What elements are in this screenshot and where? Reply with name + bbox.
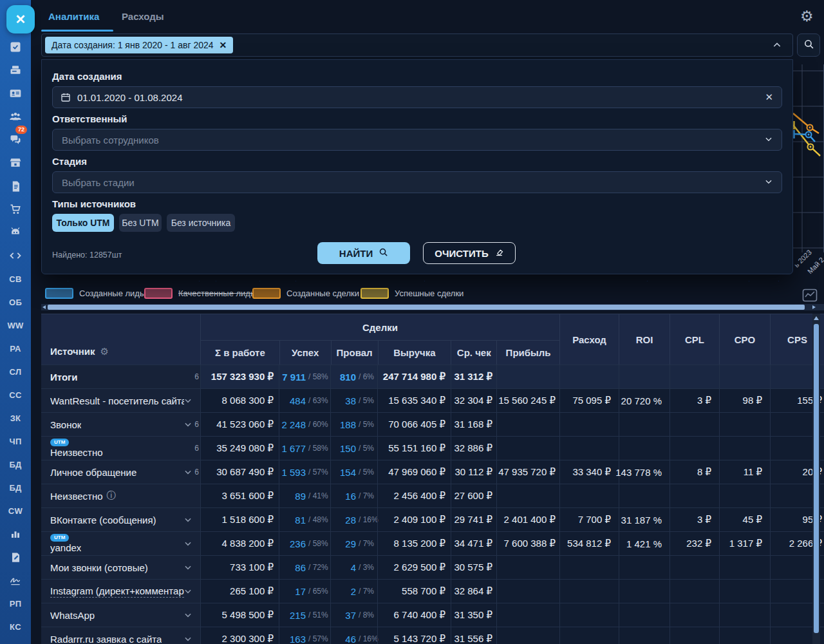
expand-chevron-icon[interactable] <box>183 515 192 524</box>
sidebar-contact-card-icon[interactable] <box>0 82 31 104</box>
source-type-no-source[interactable]: Без источника <box>167 214 235 232</box>
expand-chevron-icon[interactable] <box>183 634 192 643</box>
clear-date-icon[interactable]: ✕ <box>765 91 773 103</box>
expand-chevron-icon[interactable] <box>183 539 192 548</box>
sidebar-robot-icon[interactable] <box>0 222 31 243</box>
chart-view-icon[interactable] <box>802 289 818 305</box>
column-cpo[interactable]: CPO <box>719 314 770 365</box>
sidebar-item-чп[interactable]: ЧП <box>0 430 31 452</box>
column-revenue[interactable]: Выручка <box>378 341 451 365</box>
settings-gear-icon[interactable]: ⚙ <box>800 8 814 24</box>
table-row[interactable]: UTMНеизвестно635 249 080 ₽1 677/ 58%150/… <box>41 436 824 460</box>
sidebar-item-сл[interactable]: СЛ <box>0 361 31 383</box>
expand-chevron-icon[interactable] <box>183 396 192 405</box>
sidebar-code-icon[interactable] <box>0 245 31 267</box>
date-range-input[interactable]: 01.01.2020 - 01.08.2024 ✕ <box>52 86 782 108</box>
legend-swatch[interactable] <box>45 288 73 299</box>
column-avg-check[interactable]: Ср. чек <box>451 341 496 365</box>
legend-item[interactable]: Успешные сделки <box>360 288 464 299</box>
chip-remove-icon[interactable]: ✕ <box>220 40 227 50</box>
sidebar-signature-icon[interactable] <box>0 569 31 591</box>
tab-analytics[interactable]: Аналитика <box>48 11 99 22</box>
sidebar-bar-chart-icon[interactable] <box>0 523 31 545</box>
column-profit[interactable]: Прибыль <box>496 341 559 365</box>
table-row[interactable]: ВКонтакте (сообщения)1 518 600 ₽81/ 48%2… <box>41 507 824 531</box>
legend-item[interactable]: Качественные лиды <box>144 288 256 299</box>
column-settings-gear-icon[interactable]: ⚙ <box>100 346 109 357</box>
sidebar-cart-icon[interactable] <box>0 198 31 220</box>
sidebar-storefront-icon[interactable] <box>0 152 31 174</box>
sidebar-item-об[interactable]: ОБ <box>0 291 31 313</box>
sidebar-item-ww[interactable]: WW <box>0 314 31 336</box>
column-cpl[interactable]: CPL <box>670 314 719 365</box>
table-row[interactable]: Instagram (директ+комментар265 100 ₽17/ … <box>41 579 824 603</box>
column-source[interactable]: Источник⚙ <box>41 314 200 365</box>
legend-swatch[interactable] <box>144 288 173 299</box>
sidebar-item-сс[interactable]: СС <box>0 384 31 406</box>
table-row[interactable]: UTMyandex4 838 200 ₽236/ 58%29/ 7%8 135 … <box>41 531 824 555</box>
sidebar-item-св[interactable]: СВ <box>0 268 31 290</box>
horizontal-scroll-thumb[interactable] <box>48 305 805 310</box>
search-button[interactable] <box>797 33 820 57</box>
table-row[interactable]: WantResult - посетитель сайта8 068 300 ₽… <box>41 388 824 412</box>
table-header: Источник⚙ Сделки Σ в работе Успех Провал… <box>41 314 824 365</box>
cpl-cell <box>670 365 719 388</box>
stage-select[interactable]: Выбрать стадии <box>52 171 782 193</box>
table-row[interactable]: Звонок641 523 060 ₽2 248/ 60%188/ 5%70 0… <box>41 412 824 436</box>
sidebar-item-зк[interactable]: ЗК <box>0 407 31 429</box>
tab-expenses[interactable]: Расходы <box>122 11 164 22</box>
column-success[interactable]: Успех <box>279 341 331 365</box>
scroll-right-arrow[interactable] <box>812 305 816 309</box>
cpo-cell: 45 ₽ <box>719 508 770 531</box>
expand-chevron-icon[interactable] <box>183 587 192 596</box>
source-type-no-utm[interactable]: Без UTM <box>119 214 162 232</box>
expand-chevron-icon[interactable] <box>183 420 192 429</box>
table-row[interactable]: Мои звонки (сотовые)733 100 ₽86/ 72%4/ 3… <box>41 555 824 579</box>
clear-button[interactable]: ОЧИСТИТЬ <box>423 242 516 264</box>
sidebar-item-бд[interactable]: БД <box>0 453 31 475</box>
chevron-up-icon[interactable] <box>772 40 782 53</box>
responsible-placeholder: Выбрать сотрудников <box>62 135 159 146</box>
sidebar-cashbox-icon[interactable] <box>0 59 31 81</box>
totals-row[interactable]: Итоги6157 323 930 ₽7 911/ 58%810/ 6%247 … <box>41 365 824 388</box>
table-row[interactable]: WhatsApp5 498 500 ₽215/ 51%37/ 8%6 740 4… <box>41 603 824 627</box>
responsible-select[interactable]: Выбрать сотрудников <box>52 129 782 151</box>
expand-chevron-icon[interactable] <box>183 611 192 620</box>
column-sum[interactable]: Σ в работе <box>201 341 279 365</box>
sidebar-item-ра[interactable]: РА <box>0 337 31 359</box>
legend-label: Успешные сделки <box>395 289 464 298</box>
expand-chevron-icon[interactable] <box>183 468 192 477</box>
table-row[interactable]: Radarrr.ru заявка с сайта2 300 300 ₽163/… <box>41 627 824 644</box>
sidebar-people-icon[interactable] <box>0 106 31 128</box>
scroll-left-arrow[interactable] <box>42 305 46 309</box>
sidebar-item-бд[interactable]: БД <box>0 477 31 498</box>
sidebar-item-рп[interactable]: РП <box>0 592 31 614</box>
sidebar-tasks-icon[interactable] <box>0 36 31 58</box>
sidebar-item-cw[interactable]: CW <box>0 500 31 522</box>
app-logo[interactable]: ✕ <box>6 5 35 33</box>
vertical-scrollbar[interactable] <box>812 314 820 644</box>
sidebar-document-icon[interactable] <box>0 175 31 197</box>
filter-bar[interactable]: Дата создания: 1 янв 2020 - 1 авг 2024 ✕ <box>41 33 793 57</box>
sidebar-item-кс[interactable]: КС <box>0 616 31 638</box>
legend-swatch[interactable] <box>252 288 281 299</box>
column-fail[interactable]: Провал <box>331 341 378 365</box>
scroll-up-arrow[interactable] <box>814 316 819 320</box>
legend-item[interactable]: Созданные сделки <box>252 288 359 299</box>
source-cell: ВКонтакте (сообщения) <box>41 508 200 531</box>
column-roi[interactable]: ROI <box>619 314 670 365</box>
sidebar-chat-icon[interactable]: 72 <box>0 129 31 151</box>
column-expense[interactable]: Расход <box>559 314 619 365</box>
horizontal-scrollbar[interactable] <box>41 304 824 310</box>
table-row[interactable]: Неизвестноⓘ3 651 600 ₽89/ 41%16/ 7%2 456… <box>41 484 824 507</box>
sidebar-doc-edit-icon[interactable] <box>0 546 31 568</box>
vertical-scroll-thumb[interactable] <box>814 324 819 633</box>
find-button[interactable]: НАЙТИ <box>317 242 410 264</box>
expand-chevron-icon[interactable] <box>183 563 192 572</box>
legend-item[interactable]: Созданные лиды <box>45 288 145 299</box>
filter-chip[interactable]: Дата создания: 1 янв 2020 - 1 авг 2024 ✕ <box>45 37 233 53</box>
table-row[interactable]: Личное обращение630 687 490 ₽1 593/ 57%1… <box>41 460 824 484</box>
legend-swatch[interactable] <box>360 288 389 299</box>
info-icon[interactable]: ⓘ <box>107 490 116 502</box>
source-type-only-utm[interactable]: Только UTM <box>52 214 114 232</box>
